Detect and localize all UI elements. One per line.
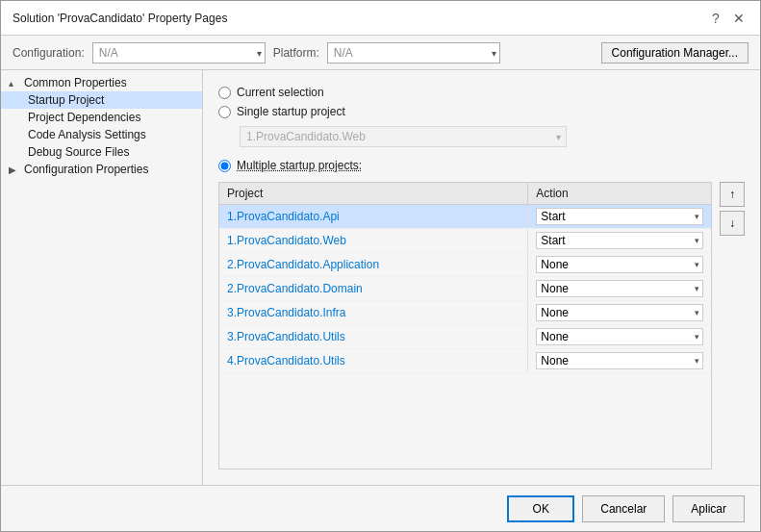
col-header-project: Project bbox=[219, 183, 528, 205]
radio-current-selection-label: Current selection bbox=[237, 86, 324, 99]
project-cell: 2.ProvaCandidato.Domain bbox=[219, 277, 528, 301]
config-manager-button[interactable]: Configuration Manager... bbox=[601, 42, 748, 63]
action-select-wrapper: NoneStartStart without debugging bbox=[536, 280, 703, 297]
platform-select[interactable]: N/A bbox=[327, 42, 500, 63]
right-panel: Current selection Single startup project… bbox=[203, 70, 760, 485]
radio-multiple-startup-label: Multiple startup projects: bbox=[237, 159, 362, 172]
help-button[interactable]: ? bbox=[706, 9, 725, 28]
config-label: Configuration: bbox=[13, 46, 85, 60]
sidebar-item-label: Startup Project bbox=[28, 93, 104, 107]
down-arrow-icon: ↓ bbox=[729, 216, 735, 230]
projects-table-wrapper: Project Action 1.ProvaCandidato.ApiNoneS… bbox=[218, 182, 712, 469]
action-select-wrapper: NoneStartStart without debugging bbox=[536, 352, 703, 369]
sidebar-item-debug-source-files[interactable]: Debug Source Files bbox=[1, 143, 202, 161]
radio-single-startup-label: Single startup project bbox=[237, 105, 345, 118]
project-link[interactable]: 1.ProvaCandidato.Web bbox=[227, 234, 346, 247]
action-dropdown[interactable]: NoneStartStart without debugging bbox=[536, 304, 703, 321]
projects-table: Project Action 1.ProvaCandidato.ApiNoneS… bbox=[219, 183, 711, 373]
move-down-button[interactable]: ↓ bbox=[720, 211, 745, 236]
project-link[interactable]: 1.ProvaCandidato.Api bbox=[227, 210, 340, 223]
sidebar-item-label: Code Analysis Settings bbox=[28, 128, 146, 141]
sidebar-item-label: Project Dependencies bbox=[28, 111, 140, 124]
action-cell: NoneStartStart without debugging bbox=[528, 277, 711, 301]
apply-button[interactable]: Aplicar bbox=[672, 495, 745, 522]
sidebar-item-configuration-properties[interactable]: ▶ Configuration Properties bbox=[1, 161, 202, 178]
action-dropdown[interactable]: NoneStartStart without debugging bbox=[536, 232, 703, 249]
sidebar: ▴ Common Properties Startup Project Proj… bbox=[1, 70, 203, 485]
action-cell: NoneStartStart without debugging bbox=[528, 229, 711, 253]
projects-table-container: Project Action 1.ProvaCandidato.ApiNoneS… bbox=[218, 182, 745, 469]
sidebar-item-label: Common Properties bbox=[24, 76, 127, 89]
title-bar: Solution 'ProvaCandidato' Property Pages… bbox=[1, 1, 760, 36]
arrow-icon: ▴ bbox=[9, 78, 20, 89]
cancel-button[interactable]: Cancelar bbox=[582, 495, 665, 522]
sidebar-item-project-dependencies[interactable]: Project Dependencies bbox=[1, 109, 202, 126]
project-link[interactable]: 2.ProvaCandidato.Domain bbox=[227, 282, 363, 295]
table-row[interactable]: 2.ProvaCandidato.ApplicationNoneStartSta… bbox=[219, 253, 711, 277]
project-cell: 3.ProvaCandidato.Infra bbox=[219, 301, 528, 325]
radio-single-startup[interactable]: Single startup project bbox=[218, 105, 745, 118]
arrow-icon: ▶ bbox=[9, 165, 20, 175]
single-project-dropdown[interactable]: 1.ProvaCandidato.Web bbox=[240, 126, 567, 147]
action-select-wrapper: NoneStartStart without debugging bbox=[536, 328, 703, 345]
project-link[interactable]: 3.ProvaCandidato.Infra bbox=[227, 306, 345, 319]
startup-radio-group: Current selection Single startup project… bbox=[218, 86, 745, 172]
title-bar-buttons: ? ✕ bbox=[706, 9, 748, 28]
close-button[interactable]: ✕ bbox=[729, 9, 748, 28]
project-link[interactable]: 3.ProvaCandidato.Utils bbox=[227, 330, 345, 343]
action-dropdown[interactable]: NoneStartStart without debugging bbox=[536, 352, 703, 369]
project-cell: 4.ProvaCandidato.Utils bbox=[219, 349, 528, 373]
action-cell: NoneStartStart without debugging bbox=[528, 205, 711, 229]
sidebar-item-label: Debug Source Files bbox=[28, 145, 129, 159]
action-dropdown[interactable]: NoneStartStart without debugging bbox=[536, 328, 703, 345]
action-dropdown[interactable]: NoneStartStart without debugging bbox=[536, 256, 703, 273]
move-up-button[interactable]: ↑ bbox=[720, 182, 745, 207]
sidebar-item-label: Configuration Properties bbox=[24, 163, 148, 176]
col-header-action: Action bbox=[528, 183, 711, 205]
project-cell: 2.ProvaCandidato.Application bbox=[219, 253, 528, 277]
action-cell: NoneStartStart without debugging bbox=[528, 349, 711, 373]
action-cell: NoneStartStart without debugging bbox=[528, 253, 711, 277]
action-dropdown[interactable]: NoneStartStart without debugging bbox=[536, 208, 703, 225]
table-row[interactable]: 3.ProvaCandidato.UtilsNoneStartStart wit… bbox=[219, 325, 711, 349]
single-project-select-wrapper: 1.ProvaCandidato.Web bbox=[240, 126, 567, 147]
config-select-wrapper: N/A bbox=[92, 42, 266, 63]
sidebar-item-code-analysis-settings[interactable]: Code Analysis Settings bbox=[1, 126, 202, 143]
project-cell: 1.ProvaCandidato.Api bbox=[219, 205, 528, 229]
table-row[interactable]: 4.ProvaCandidato.UtilsNoneStartStart wit… bbox=[219, 349, 711, 373]
project-cell: 3.ProvaCandidato.Utils bbox=[219, 325, 528, 349]
bottom-bar: OK Cancelar Aplicar bbox=[1, 485, 760, 531]
configuration-select[interactable]: N/A bbox=[92, 42, 266, 63]
project-cell: 1.ProvaCandidato.Web bbox=[219, 229, 528, 253]
action-select-wrapper: NoneStartStart without debugging bbox=[536, 232, 703, 249]
platform-label: Platform: bbox=[273, 46, 319, 60]
platform-select-wrapper: N/A bbox=[327, 42, 500, 63]
radio-current-selection[interactable]: Current selection bbox=[218, 86, 745, 99]
table-row[interactable]: 3.ProvaCandidato.InfraNoneStartStart wit… bbox=[219, 301, 711, 325]
sidebar-item-startup-project[interactable]: Startup Project bbox=[1, 91, 202, 109]
action-select-wrapper: NoneStartStart without debugging bbox=[536, 208, 703, 225]
project-link[interactable]: 4.ProvaCandidato.Utils bbox=[227, 354, 345, 367]
action-select-wrapper: NoneStartStart without debugging bbox=[536, 304, 703, 321]
action-dropdown[interactable]: NoneStartStart without debugging bbox=[536, 280, 703, 297]
radio-current-selection-input[interactable] bbox=[218, 87, 231, 99]
sidebar-item-common-properties[interactable]: ▴ Common Properties bbox=[1, 74, 202, 91]
config-bar: Configuration: N/A Platform: N/A Configu… bbox=[1, 36, 760, 70]
up-down-buttons: ↑ ↓ bbox=[720, 182, 745, 469]
radio-multiple-startup[interactable]: Multiple startup projects: bbox=[218, 159, 745, 172]
dialog: Solution 'ProvaCandidato' Property Pages… bbox=[0, 0, 761, 532]
up-arrow-icon: ↑ bbox=[729, 188, 735, 201]
action-select-wrapper: NoneStartStart without debugging bbox=[536, 256, 703, 273]
main-content: ▴ Common Properties Startup Project Proj… bbox=[1, 70, 760, 485]
table-row[interactable]: 1.ProvaCandidato.ApiNoneStartStart witho… bbox=[219, 205, 711, 229]
radio-single-startup-input[interactable] bbox=[218, 106, 231, 118]
single-project-select-row: 1.ProvaCandidato.Web bbox=[240, 126, 745, 147]
action-cell: NoneStartStart without debugging bbox=[528, 325, 711, 349]
action-cell: NoneStartStart without debugging bbox=[528, 301, 711, 325]
dialog-title: Solution 'ProvaCandidato' Property Pages bbox=[13, 12, 227, 25]
radio-multiple-startup-input[interactable] bbox=[218, 160, 231, 172]
table-row[interactable]: 2.ProvaCandidato.DomainNoneStartStart wi… bbox=[219, 277, 711, 301]
ok-button[interactable]: OK bbox=[507, 495, 574, 522]
table-row[interactable]: 1.ProvaCandidato.WebNoneStartStart witho… bbox=[219, 229, 711, 253]
project-link[interactable]: 2.ProvaCandidato.Application bbox=[227, 258, 379, 271]
